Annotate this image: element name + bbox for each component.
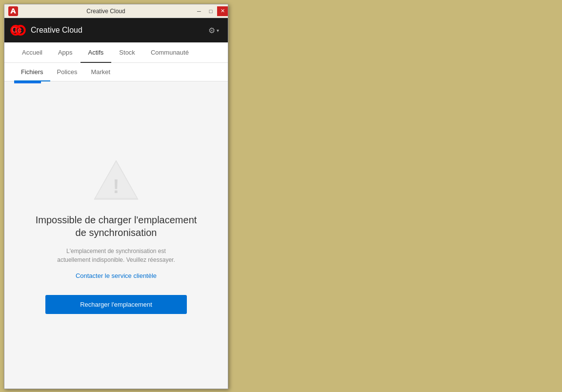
close-button[interactable]: ✕: [217, 6, 228, 16]
app-header: Cc Creative Cloud ⚙ ▾: [4, 18, 228, 42]
tab-actifs[interactable]: Actifs: [80, 42, 112, 63]
title-bar: Creative Cloud ─ □ ✕: [4, 4, 228, 18]
window-controls: ─ □ ✕: [194, 6, 228, 16]
tab-accueil[interactable]: Accueil: [14, 42, 50, 63]
window-title: Creative Cloud: [18, 8, 194, 15]
settings-button[interactable]: ⚙ ▾: [205, 24, 222, 37]
settings-chevron-icon: ▾: [217, 28, 219, 33]
gear-icon: ⚙: [208, 26, 215, 35]
main-nav: Accueil Apps Actifs Stock Communauté: [4, 42, 228, 63]
maximize-button[interactable]: □: [205, 6, 216, 16]
minimize-button[interactable]: ─: [194, 6, 204, 16]
error-description: L'emplacement de synchronisation estactu…: [57, 247, 175, 264]
subtab-fichiers[interactable]: Fichiers: [14, 63, 50, 81]
subtab-polices[interactable]: Polices: [50, 63, 84, 81]
app-content: Accueil Apps Actifs Stock Communauté F: [4, 42, 228, 389]
sub-nav: Fichiers Polices Market: [4, 63, 228, 81]
app-window: Creative Cloud ─ □ ✕ Cc Creative Cloud: [4, 4, 228, 389]
svg-text:Cc: Cc: [12, 25, 22, 35]
tab-communaute[interactable]: Communauté: [143, 42, 197, 63]
tab-stock[interactable]: Stock: [111, 42, 143, 63]
app-title-label: Creative Cloud: [31, 26, 205, 35]
adobe-taskbar-icon: [8, 6, 18, 16]
warning-icon-container: !: [92, 158, 140, 202]
main-body: ! Impossible de charger l'emplacementde …: [4, 83, 228, 389]
error-title: Impossible de charger l'emplacementde sy…: [36, 214, 197, 239]
subtab-market[interactable]: Market: [84, 63, 117, 81]
warning-triangle-icon: !: [92, 158, 140, 202]
creative-cloud-logo: Cc: [10, 22, 26, 38]
desktop: Creative Cloud ─ □ ✕ Cc Creative Cloud: [0, 0, 562, 392]
contact-link[interactable]: Contacter le service clientèle: [76, 272, 157, 279]
tab-apps[interactable]: Apps: [50, 42, 80, 63]
reload-button[interactable]: Recharger l'emplacement: [45, 295, 187, 314]
svg-text:!: !: [113, 176, 119, 197]
